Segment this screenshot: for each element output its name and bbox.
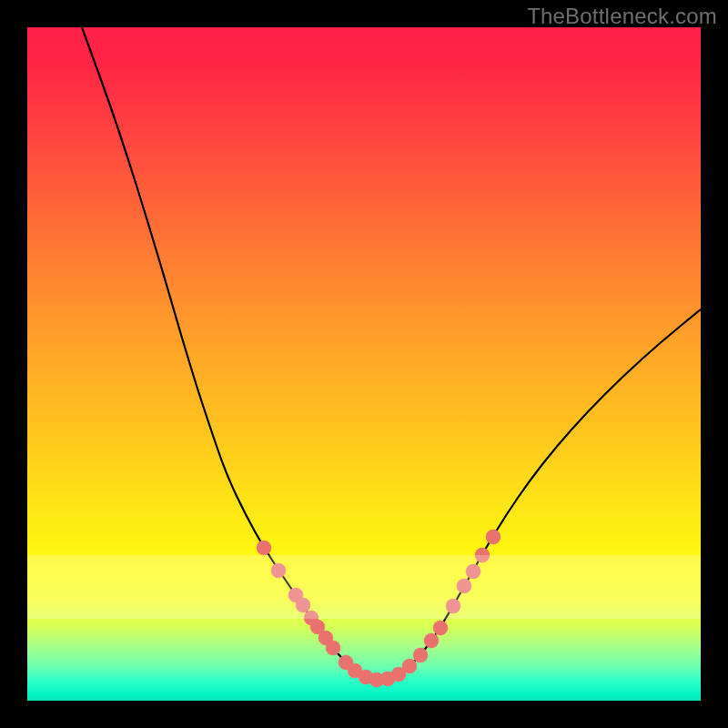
data-point: [486, 530, 500, 544]
data-point: [296, 598, 310, 612]
data-point: [433, 621, 448, 635]
data-point: [457, 579, 471, 593]
chart-plot-area: [27, 27, 701, 701]
data-point: [413, 648, 428, 662]
data-point-group: [257, 530, 500, 687]
data-point: [402, 659, 417, 673]
data-point: [466, 564, 480, 579]
chart-svg: [27, 27, 701, 701]
watermark-label: TheBottleneck.com: [527, 4, 717, 29]
chart-frame: TheBottleneck.com: [0, 0, 728, 728]
data-point: [424, 633, 439, 648]
data-point: [257, 541, 271, 555]
bottleneck-curve: [82, 27, 701, 680]
data-point: [326, 641, 340, 655]
data-point: [271, 563, 286, 578]
data-point: [475, 548, 490, 562]
data-point: [446, 599, 460, 613]
